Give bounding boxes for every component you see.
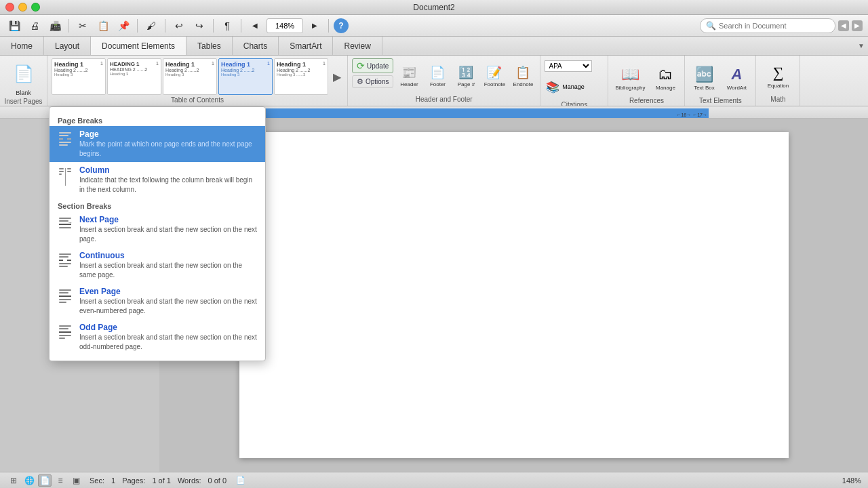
toolbar-copy[interactable]: 📋: [94, 17, 112, 35]
status-focus-btn[interactable]: ▣: [69, 474, 83, 487]
toolbar-button[interactable]: 💾: [5, 17, 23, 35]
tab-review[interactable]: Review: [333, 37, 382, 55]
ribbon-header-footer: ⟳ Update ⚙ Options 📰 Header 📄 Footer: [348, 56, 540, 106]
heading-thumbnails: Heading 1 1 Heading 2 ......2 Heading 3 …: [52, 58, 328, 95]
tab-layout[interactable]: Layout: [44, 37, 91, 55]
window-title: Document2: [413, 3, 454, 12]
blank-page-button[interactable]: 📄: [11, 60, 37, 88]
references-title: References: [612, 96, 680, 104]
toolbar-fax[interactable]: 📠: [46, 17, 64, 35]
nav-expand-btn[interactable]: ▼: [854, 37, 868, 55]
text-elements-title: Text Elements: [689, 96, 751, 104]
bibliography-icon: 📖: [621, 66, 639, 83]
toc-title: Table of Contents: [52, 95, 343, 104]
page-number-button[interactable]: 🔢 Page #: [453, 58, 479, 94]
tab-home[interactable]: Home: [0, 37, 44, 55]
equation-icon: ∑: [773, 64, 784, 81]
page-break-desc: Mark the point at which one page ends an…: [79, 140, 257, 159]
update-button[interactable]: ⟳ Update: [352, 58, 393, 73]
toolbar-print[interactable]: 🖨: [26, 17, 43, 35]
manage-citations-button[interactable]: 📚 Manage: [545, 74, 585, 100]
toolbar: 💾 🖨 📠 ✂ 📋 📌 🖌 ↩ ↪ ¶ ◀ 148% ▶ ? 🔍 ◀ ▶: [0, 15, 868, 37]
break-even-page-item[interactable]: Even Page Insert a section break and sta…: [50, 283, 265, 319]
manage-citations-icon: 📚: [546, 81, 559, 94]
break-next-page-item[interactable]: → Next Page Insert a section break and s…: [50, 211, 265, 247]
toolbar-sep-3: [165, 19, 165, 33]
status-zoom: 148%: [842, 476, 861, 485]
update-icon: ⟳: [357, 60, 365, 71]
toolbar-undo[interactable]: ↩: [170, 17, 188, 35]
nav-tabs: Home Layout Document Elements Tables Cha…: [0, 37, 868, 56]
next-page-desc: Insert a section break and start the new…: [79, 225, 257, 244]
ribbon-toc-content: Heading 1 1 Heading 2 ......2 Heading 3 …: [52, 58, 343, 95]
status-outline-btn[interactable]: ≡: [54, 474, 67, 487]
next-page-title: Next Page: [79, 215, 257, 224]
break-page-item[interactable]: Page Mark the point at which one page en…: [50, 126, 265, 162]
manage-references-button[interactable]: 🗂 Manage: [650, 60, 680, 96]
toolbar-sep-4: [213, 19, 214, 33]
column-break-text: Column Indicate that the text following …: [79, 165, 257, 195]
page-break-text: Page Mark the point at which one page en…: [79, 129, 257, 159]
tab-document-elements[interactable]: Document Elements: [91, 37, 186, 55]
minimize-button[interactable]: [18, 3, 27, 12]
toolbar-pilcrow[interactable]: ¶: [218, 17, 236, 35]
toolbar-format-painter[interactable]: 🖌: [142, 17, 160, 35]
search-input[interactable]: [719, 22, 829, 30]
wordart-icon: A: [732, 66, 743, 83]
heading-thumb-2[interactable]: HEADING 1 1 HEADING 2 ......2 Heading 3: [107, 58, 161, 95]
bibliography-button[interactable]: 📖 Bibliography: [612, 60, 648, 96]
nav-arrow-left[interactable]: ◀: [838, 20, 849, 31]
status-grid-btn[interactable]: ⊞: [7, 474, 20, 487]
status-web-btn[interactable]: 🌐: [22, 474, 36, 487]
text-box-button[interactable]: 🔤 Text Box: [689, 60, 719, 96]
heading-thumb-4[interactable]: Heading 1 1 Heading 2 ......2 Heading 3: [218, 58, 273, 95]
toolbar-zoom-in[interactable]: ▶: [306, 17, 323, 35]
nav-arrow-right[interactable]: ▶: [852, 20, 863, 31]
equation-button[interactable]: ∑ Equation: [760, 58, 795, 94]
status-words-label: Words:: [178, 476, 201, 485]
tab-smartart[interactable]: SmartArt: [279, 37, 333, 55]
options-button[interactable]: ⚙ Options: [352, 75, 393, 88]
even-page-break-icon: [58, 288, 73, 307]
break-odd-page-item[interactable]: Odd Page Insert a section break and star…: [50, 319, 265, 355]
toolbar-sep-2: [137, 19, 138, 33]
insert-pages-title: Insert Pages: [4, 96, 43, 105]
tab-tables[interactable]: Tables: [186, 37, 233, 55]
heading-nav-next[interactable]: ▶: [331, 58, 343, 95]
footer-button[interactable]: 📄 Footer: [425, 58, 450, 94]
help-button[interactable]: ?: [334, 18, 349, 33]
heading-thumb-3[interactable]: Heading 1 1 Heading 2 ......2 Heading 3: [163, 58, 217, 95]
ribbon-references: 📖 Bibliography 🗂 Manage References: [608, 56, 685, 106]
status-bar: ⊞ 🌐 📄 ≡ ▣ Sec: 1 Pages: 1 of 1 Words: 0 …: [0, 472, 868, 488]
heading-thumb-1[interactable]: Heading 1 1 Heading 2 ......2 Heading 3: [52, 58, 106, 95]
window-controls[interactable]: [5, 3, 40, 12]
status-section-val: 1: [111, 476, 115, 485]
text-elements-content: 🔤 Text Box A WordArt: [689, 58, 751, 96]
toolbar-zoom-out[interactable]: ◀: [246, 17, 264, 35]
break-column-item[interactable]: Column Indicate that the text following …: [50, 162, 265, 198]
footnote-button[interactable]: 📝 Footnote: [481, 58, 507, 94]
heading-thumb-5[interactable]: Heading 1 1 Heading 2 ......2 Heading 3 …: [274, 58, 328, 95]
ribbon-toc: Heading 1 1 Heading 2 ......2 Heading 3 …: [47, 56, 348, 106]
toolbar-scissors[interactable]: ✂: [74, 17, 92, 35]
wordart-button[interactable]: A WordArt: [722, 60, 751, 96]
page-number-icon: 🔢: [458, 65, 473, 80]
page-break-title: Page: [79, 129, 257, 139]
close-button[interactable]: [5, 3, 14, 12]
break-continuous-item[interactable]: Continuous Insert a section break and st…: [50, 247, 265, 283]
header-button[interactable]: 📰 Header: [396, 58, 422, 94]
tab-charts[interactable]: Charts: [233, 37, 279, 55]
citation-style-select[interactable]: APA: [545, 60, 592, 72]
page-break-icon: [58, 131, 73, 150]
toolbar-redo[interactable]: ↪: [191, 17, 208, 35]
toolbar-paste[interactable]: 📌: [115, 17, 132, 35]
title-bar: Document2: [0, 0, 868, 15]
ribbon-math: ∑ Equation Math: [756, 56, 800, 106]
maximize-button[interactable]: [31, 3, 40, 12]
continuous-text: Continuous Insert a section break and st…: [79, 251, 257, 280]
endnote-button[interactable]: 📋 Endnote: [510, 58, 536, 94]
zoom-display: 148%: [267, 18, 303, 33]
status-layout-btn[interactable]: 📄: [38, 474, 52, 487]
ribbon-citations: APA 📚 Manage Citations: [540, 56, 608, 106]
continuous-title: Continuous: [79, 251, 257, 260]
